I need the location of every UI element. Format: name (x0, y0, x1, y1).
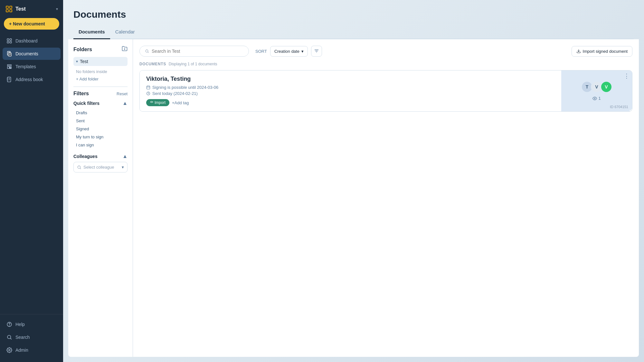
quick-filters-label: Quick filters (73, 101, 99, 106)
svg-point-25 (594, 98, 596, 99)
search-input[interactable] (152, 49, 243, 54)
sidebar-header: Test ▾ (0, 5, 63, 18)
docs-count-label: DOCUMENTS (139, 62, 166, 66)
templates-icon (6, 64, 12, 70)
workspace-chevron-icon[interactable]: ▾ (56, 7, 58, 11)
quick-filters-collapse-button[interactable]: ▲ (122, 100, 128, 106)
sidebar-item-address-book[interactable]: Address book (3, 73, 61, 86)
filter-item-my-turn[interactable]: My turn to sign (73, 133, 128, 141)
svg-point-17 (78, 166, 80, 168)
svg-point-18 (146, 50, 148, 52)
folders-section-title: Folders (73, 46, 128, 53)
content-area: Folders ▾ Test No folders inside + Add f… (63, 39, 644, 362)
help-icon (6, 321, 12, 327)
sort-order-icon (314, 49, 319, 54)
colleagues-header: Colleagues ▲ (73, 153, 128, 159)
sidebar-item-label: Search (15, 335, 30, 340)
filter-item-signed[interactable]: Signed (73, 125, 128, 133)
add-folder-icon[interactable] (122, 46, 128, 53)
filter-item-sent[interactable]: Sent (73, 117, 128, 125)
svg-rect-0 (6, 6, 8, 8)
sidebar: Test ▾ + New document Dashboard Document… (0, 0, 63, 362)
sidebar-item-search[interactable]: Search (3, 331, 61, 343)
doc-id: ID 6704151 (610, 105, 628, 109)
tab-calendar[interactable]: Calendar (110, 26, 140, 39)
folder-chevron-icon: ▾ (76, 59, 78, 64)
sidebar-item-help[interactable]: Help (3, 318, 61, 330)
divider (73, 87, 128, 87)
sidebar-bottom: Help Search Admin (0, 314, 63, 357)
tag-import[interactable]: Import (146, 99, 169, 106)
svg-point-13 (7, 335, 11, 339)
import-label: Import signed document (583, 49, 628, 54)
avatar-v2: V (601, 81, 612, 93)
address-book-icon (6, 77, 12, 82)
calendar-icon (146, 85, 150, 89)
sidebar-item-dashboard[interactable]: Dashboard (3, 35, 61, 47)
sidebar-item-label: Documents (15, 51, 38, 56)
sort-order-button[interactable] (311, 46, 322, 57)
signing-until-text: Signing is possible until 2024-03-06 (152, 85, 218, 90)
svg-rect-4 (7, 39, 9, 40)
filter-item-i-can-sign[interactable]: I can sign (73, 141, 128, 149)
doc-sent: Sent today (2024-02-21) (146, 91, 555, 96)
page-title: Documents (73, 9, 634, 20)
logo-icon (5, 5, 13, 13)
document-card[interactable]: Viktoria, Testing Signing is possible un… (139, 70, 632, 112)
sidebar-item-admin[interactable]: Admin (3, 344, 61, 356)
sidebar-nav: Dashboard Documents Templates Address (0, 35, 63, 314)
search-sort-row: SORT Creation date ▾ Import (139, 46, 632, 57)
doc-title: Viktoria, Testing (146, 76, 555, 82)
search-box[interactable] (139, 46, 249, 57)
sidebar-item-templates[interactable]: Templates (3, 60, 61, 73)
folder-item-test[interactable]: ▾ Test (73, 57, 128, 66)
add-tag-button[interactable]: +Add tag (172, 100, 189, 105)
tag-import-label: Import (155, 100, 166, 105)
sort-select[interactable]: Creation date ▾ (270, 46, 308, 57)
sort-value: Creation date (274, 49, 299, 54)
add-folder-label: + Add folder (76, 77, 99, 81)
tag-icon (150, 101, 153, 104)
workspace-selector[interactable]: Test (5, 5, 26, 13)
folder-name: Test (80, 59, 88, 64)
folders-label: Folders (73, 47, 92, 52)
workspace-name: Test (15, 6, 26, 12)
avatars-row: T V V (581, 81, 612, 93)
doc-card-avatars: ⋮ T V V (561, 70, 632, 111)
svg-rect-6 (7, 42, 9, 43)
import-signed-document-button[interactable]: Import signed document (572, 46, 632, 57)
no-folders-text: No folders inside (73, 68, 128, 75)
reset-button[interactable]: Reset (117, 91, 128, 96)
colleagues-label: Colleagues (73, 154, 98, 159)
svg-point-12 (9, 326, 10, 326)
docs-count-row: DOCUMENTS Displaying 1 of 1 documents (139, 62, 632, 66)
import-icon (576, 49, 581, 53)
sent-icon (146, 91, 150, 96)
sort-chevron-icon: ▾ (301, 49, 304, 54)
left-panel: Folders ▾ Test No folders inside + Add f… (68, 39, 133, 357)
views-row: 1 (592, 96, 601, 101)
svg-rect-7 (10, 42, 12, 43)
colleague-select[interactable]: Select colleague ▾ (73, 162, 128, 172)
filter-item-drafts[interactable]: Drafts (73, 109, 128, 117)
doc-menu-button[interactable]: ⋮ (624, 73, 630, 79)
svg-rect-5 (10, 39, 12, 40)
add-folder-link[interactable]: + Add folder (73, 75, 128, 83)
docs-count-text: Displaying 1 of 1 documents (169, 62, 217, 66)
tab-documents[interactable]: Documents (73, 26, 110, 39)
dashboard-icon (6, 38, 12, 44)
sidebar-item-documents[interactable]: Documents (3, 48, 61, 60)
sidebar-item-label: Address book (15, 77, 43, 82)
quick-filters-header: Quick filters ▲ (73, 100, 128, 106)
svg-rect-2 (6, 10, 8, 12)
colleagues-collapse-button[interactable]: ▲ (122, 153, 128, 159)
views-icon (592, 96, 597, 101)
admin-icon (6, 347, 12, 353)
sidebar-item-label: Templates (15, 64, 36, 69)
doc-card-info: Viktoria, Testing Signing is possible un… (140, 70, 561, 111)
filters-header: Filters Reset (73, 91, 128, 97)
doc-signing-until: Signing is possible until 2024-03-06 (146, 85, 555, 90)
colleague-search-icon (77, 165, 81, 170)
search-box-icon (145, 49, 149, 53)
new-document-button[interactable]: + New document (4, 18, 59, 30)
